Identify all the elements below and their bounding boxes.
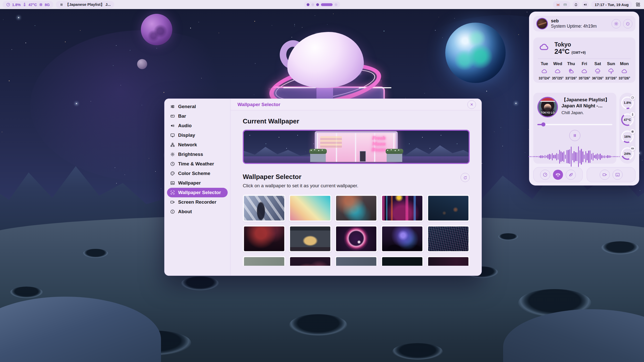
wallpaper-thumbnail[interactable]: [289, 195, 332, 222]
media-progress-bar[interactable]: [537, 122, 612, 126]
power-profile-performance[interactable]: [540, 170, 550, 180]
sidebar-item-time-weather[interactable]: Time & Weather: [167, 159, 228, 169]
workspace-dot-empty[interactable]: [335, 3, 337, 6]
current-wallpaper-preview[interactable]: Fresh Moon Beans: [243, 130, 470, 164]
visualizer-bar: [564, 151, 564, 162]
wallpaper-grid: [243, 195, 470, 266]
palette-icon: [170, 171, 175, 176]
wallpaper-thumbnail[interactable]: [289, 256, 332, 266]
sun-cloud-icon: [568, 68, 575, 75]
star: [525, 152, 525, 153]
volume-button[interactable]: [582, 1, 589, 8]
workspace-dot-occupied[interactable]: [307, 3, 309, 6]
wallpaper-thumbnail[interactable]: [427, 256, 470, 266]
star: [518, 34, 519, 35]
forecast-day-tue: Tue33°/24°: [538, 61, 551, 80]
chip-icon: [39, 3, 43, 7]
quick-action-screen-record[interactable]: [600, 170, 610, 180]
wallpaper-thumbnail[interactable]: [335, 195, 378, 222]
wallpaper-thumbnail[interactable]: [381, 256, 424, 266]
wallpaper-thumbnail[interactable]: [243, 195, 286, 222]
sidebar-item-label: Display: [178, 132, 195, 138]
workspace-dot-focused[interactable]: [321, 3, 333, 6]
wallpaper-thumbnail[interactable]: [427, 195, 470, 222]
screenshot-icon[interactable]: [563, 3, 567, 7]
close-button[interactable]: ✕: [467, 100, 476, 109]
sidebar-item-wallpaper-selector[interactable]: Wallpaper Selector: [167, 188, 228, 197]
workspace-indicator[interactable]: [304, 2, 340, 8]
wallpaper-thumbnail[interactable]: [335, 225, 378, 252]
settings-scroll-area[interactable]: Current Wallpaper Fresh Moon Beans: [230, 110, 481, 276]
power-profile-power-saver[interactable]: [566, 170, 576, 180]
sidebar-item-label: General: [178, 104, 196, 109]
sidebar-item-about[interactable]: About: [167, 207, 228, 216]
network-icon: [170, 142, 175, 147]
memory-gauge: 16%: [620, 130, 634, 144]
purple-planet: [141, 14, 172, 45]
sidebar-item-label: Bar: [178, 113, 186, 119]
sidebar-item-label: Wallpaper Selector: [178, 190, 221, 195]
sidebar-item-display[interactable]: Display: [167, 130, 228, 140]
power-button[interactable]: [623, 19, 632, 28]
pause-button[interactable]: [569, 130, 580, 141]
forecast-day-fri: Fri35°/26°: [578, 61, 591, 80]
sidebar-item-audio[interactable]: Audio: [167, 121, 228, 130]
crab-icon[interactable]: [556, 3, 560, 7]
cloud-icon: [554, 68, 561, 75]
quick-action-wallpaper[interactable]: [613, 170, 623, 180]
star: [91, 101, 91, 102]
user-name: seb: [551, 18, 597, 24]
refresh-button[interactable]: [461, 173, 470, 182]
star: [438, 17, 439, 17]
wallpaper-thumbnail[interactable]: [243, 256, 286, 266]
media-title: 【Japanese Playlist】 Japan All Night - To…: [561, 97, 612, 109]
sidebar-item-screen-recorder[interactable]: Screen Recorder: [167, 197, 228, 207]
forecast-temps: 33°/26°: [565, 76, 577, 80]
wallpaper-thumbnail[interactable]: [427, 225, 470, 252]
workspace-dot-occupied[interactable]: [316, 3, 319, 6]
forecast-day-label: Mon: [620, 61, 629, 66]
settings-content: Wallpaper Selector ✕ Current Wallpaper F…: [230, 99, 481, 276]
brightness-icon: [170, 152, 175, 157]
system-stats-pill[interactable]: 1.8% 47°C 8G: [3, 1, 53, 8]
image-icon: [170, 180, 175, 186]
sidebar-item-color-scheme[interactable]: Color Scheme: [167, 169, 228, 178]
progress-thumb[interactable]: [541, 122, 545, 126]
audio-visualizer: [537, 145, 612, 169]
sliders-icon: [170, 104, 175, 109]
sidebar-item-label: About: [178, 209, 192, 214]
visualizer-bar: [600, 154, 600, 160]
wallpaper-thumbnail[interactable]: [243, 225, 286, 252]
cloud-icon: [621, 68, 628, 75]
sidebar-item-label: Wallpaper: [178, 180, 201, 186]
weather-forecast: Tue33°/24°Wed35°/25°Thu33°/26°Fri35°/26°…: [538, 61, 631, 80]
wallpaper-selector-subtitle: Click on a wallpaper to set it as your c…: [243, 183, 358, 189]
notifications-button[interactable]: [573, 1, 580, 8]
sidebar-item-label: Brightness: [178, 152, 203, 157]
wallpaper-thumbnail[interactable]: [381, 195, 424, 222]
sidebar-item-brightness[interactable]: Brightness: [167, 150, 228, 159]
star: [201, 78, 202, 78]
speedometer-icon: [543, 172, 548, 177]
sidebar-item-network[interactable]: Network: [167, 140, 228, 150]
dashboard-button[interactable]: [634, 1, 641, 8]
avatar: [536, 18, 548, 29]
system-tray[interactable]: [553, 1, 570, 8]
sidebar-item-wallpaper[interactable]: Wallpaper: [167, 178, 228, 188]
power-profile-balanced[interactable]: [553, 170, 563, 180]
visualizer-bar: [543, 156, 544, 158]
media-pill[interactable]: 【Japanese Playlist】 J...: [56, 1, 114, 8]
wallpaper-thumbnail[interactable]: [289, 225, 332, 252]
wallpaper-thumbnail[interactable]: [381, 225, 424, 252]
visualizer-bar: [567, 150, 567, 163]
star: [115, 167, 115, 168]
settings-button[interactable]: [612, 19, 621, 28]
wallpaper-thumbnail[interactable]: [335, 256, 378, 266]
clock[interactable]: 17:17 - Tue, 19 Aug: [591, 1, 632, 8]
sidebar-item-general[interactable]: General: [167, 102, 228, 111]
chip-icon: [631, 130, 634, 133]
workspace-dot-empty[interactable]: [311, 3, 314, 6]
video-icon: [170, 200, 175, 205]
visualizer-bar: [613, 156, 614, 157]
sidebar-item-bar[interactable]: Bar: [167, 111, 228, 121]
